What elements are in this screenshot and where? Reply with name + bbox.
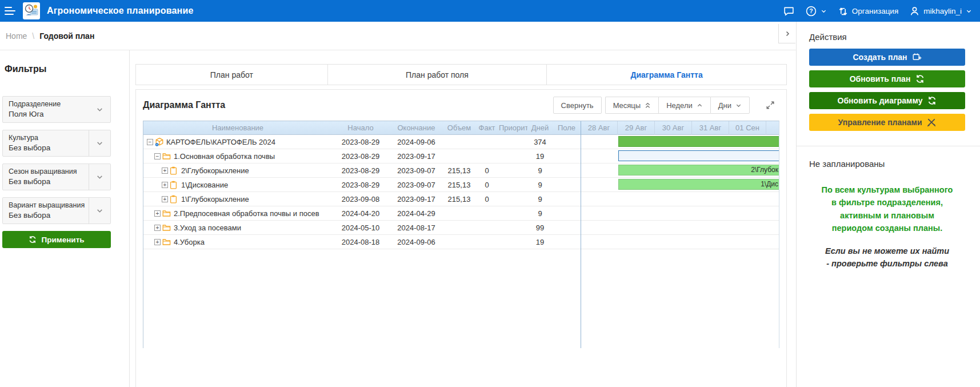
app-logo[interactable] (23, 2, 40, 19)
filter-dropdown-3[interactable]: Сезон выращивания Без выбора (2, 163, 111, 190)
fact-value: 0 (475, 181, 499, 189)
action-button[interactable]: Управление планами (809, 114, 965, 131)
app-title: Агрономическое планирование (47, 6, 194, 16)
row-type-icon (170, 181, 179, 189)
days-value: 9 (527, 166, 553, 175)
column-header[interactable]: Наименование (143, 123, 332, 132)
column-header[interactable]: Поле (553, 123, 581, 132)
gantt-row[interactable]: + 1\Глубокорыхление 2023-09-08 2023- (143, 192, 779, 206)
gantt-bar[interactable] (618, 136, 779, 147)
end-date: 2023-09-17 (389, 152, 443, 161)
end-date: 2024-08-17 (389, 224, 443, 232)
scale-days-button[interactable]: Дни (710, 97, 750, 114)
breadcrumb-home[interactable]: Home (6, 31, 27, 41)
gantt-bar[interactable]: 2\Глубок (618, 165, 779, 175)
timeline-cell: 2\Глубок (581, 163, 779, 178)
gantt-row[interactable]: − 1.Основная обработка почвы 2023-08-29 (143, 149, 779, 163)
hamburger-menu-icon[interactable] (5, 7, 16, 15)
scale-months-button[interactable]: Месяцы (605, 97, 659, 114)
gantt-bar[interactable] (618, 150, 779, 161)
tab[interactable]: Диаграмма Гантта (547, 65, 786, 85)
unplanned-note: Если вы не можете их найти - проверьте ф… (825, 245, 950, 270)
gantt-header-row: НаименованиеНачалоОкончаниеОбъемФактПрио… (143, 121, 779, 135)
end-date: 2023-09-07 (389, 166, 443, 175)
days-value: 374 (527, 138, 553, 146)
filter-dropdown-4[interactable]: Вариант выращивания Без выбора (2, 197, 111, 224)
gantt-panel: Диаграмма Гантта Свернуть Месяцы Недели (135, 89, 787, 387)
timeline-date: 28 Авг (581, 121, 618, 135)
gantt-row[interactable]: + 3.Уход за посевами 2024-05-10 2024 (143, 221, 779, 235)
filter-dropdown-2[interactable]: Культура Без выбора (2, 130, 111, 157)
column-header[interactable]: Начало (332, 123, 389, 132)
filter-label: Подразделение (9, 100, 89, 108)
action-button[interactable]: Создать план (809, 49, 965, 66)
tab[interactable]: План работ поля (328, 65, 547, 85)
folder-icon (162, 210, 171, 217)
tree-toggle[interactable]: + (154, 210, 161, 217)
apply-filters-button[interactable]: Применить (2, 231, 111, 248)
timeline-cell (581, 221, 779, 235)
gantt-row[interactable]: + 1\Дискование 2023-08-29 2023-09-07 (143, 178, 779, 192)
timeline-cell (581, 235, 779, 249)
panel-collapse-button[interactable] (778, 24, 795, 43)
gantt-row[interactable]: − КАРТОФЕЛЬ\КАРТОФЕЛЬ 2024 2023-08-29 (143, 135, 779, 149)
column-header[interactable]: Объем (443, 123, 475, 132)
chevron-up-icon (697, 102, 703, 109)
user-menu[interactable]: mikhaylin_i (910, 6, 972, 16)
task-icon (170, 195, 177, 204)
calplus-icon (913, 53, 922, 62)
days-value: 9 (527, 195, 553, 204)
column-header[interactable]: Дней (527, 123, 553, 132)
gantt-row[interactable]: + 2.Предпосевная обработка почвы и посев (143, 206, 779, 221)
row-type-icon (162, 224, 172, 232)
timeline-date: 02 (766, 121, 779, 135)
gantt-row[interactable]: + 4.Уборка 2024-08-18 2024-09-06 (143, 235, 779, 249)
row-type-icon (162, 238, 172, 246)
filter-value: Без выбора (9, 211, 89, 220)
tools-icon (927, 118, 936, 127)
days-value: 99 (527, 224, 553, 232)
tree-toggle[interactable]: + (154, 225, 161, 231)
filter-label: Вариант выращивания (9, 201, 89, 209)
help-menu[interactable] (806, 6, 827, 17)
end-date: 2023-09-07 (389, 181, 443, 189)
action-button[interactable]: Обновить диаграмму (809, 92, 965, 109)
tab[interactable]: План работ (136, 65, 328, 85)
column-header[interactable]: Приорите (499, 123, 527, 132)
column-header[interactable]: Факт (475, 123, 499, 132)
double-chevron-up-icon (645, 102, 651, 109)
tree-toggle[interactable]: + (162, 196, 168, 202)
row-type-icon (170, 195, 179, 204)
folder-icon (162, 224, 171, 232)
tree-toggle[interactable]: − (147, 139, 153, 145)
organization-switcher[interactable]: Организация (838, 6, 898, 16)
refresh-icon (29, 236, 37, 244)
gantt-title: Диаграмма Гантта (143, 100, 225, 110)
tree-toggle[interactable]: + (162, 182, 168, 188)
task-name: 1\Глубокорыхление (181, 195, 249, 204)
collapse-all-button[interactable]: Свернуть (553, 97, 602, 114)
chevron-down-icon (821, 8, 827, 14)
timeline-cell (581, 192, 779, 206)
task-icon (170, 166, 177, 175)
column-header[interactable]: Окончание (389, 123, 443, 132)
gantt-bar[interactable]: 1\Дис (618, 179, 779, 190)
start-date: 2024-05-10 (332, 224, 389, 232)
chevron-down-icon (89, 130, 110, 156)
tree-toggle[interactable]: + (162, 167, 168, 174)
action-button[interactable]: Обновить план (809, 70, 965, 87)
gantt-row[interactable]: + 2\Глубокорыхление 2023-08-29 2023- (143, 163, 779, 178)
folder-icon (162, 238, 171, 246)
chat-button[interactable] (783, 6, 794, 16)
tree-toggle[interactable]: − (154, 153, 161, 159)
fullscreen-expand-icon[interactable] (766, 101, 775, 110)
filter-dropdown-1[interactable]: Подразделение Поля Юга (2, 96, 111, 123)
unplanned-heading: Не запланированы (809, 159, 965, 169)
scale-weeks-button[interactable]: Недели (658, 97, 710, 114)
tree-toggle[interactable]: + (154, 239, 161, 245)
timeline-cell (581, 206, 779, 221)
timeline-header: 28 Авг29 Авг30 Авг31 Авг01 Сен02 (581, 121, 779, 135)
filter-value: Поля Юга (9, 110, 89, 118)
actions-heading: Действия (809, 32, 965, 42)
timeline-date: 31 Авг (692, 121, 729, 135)
